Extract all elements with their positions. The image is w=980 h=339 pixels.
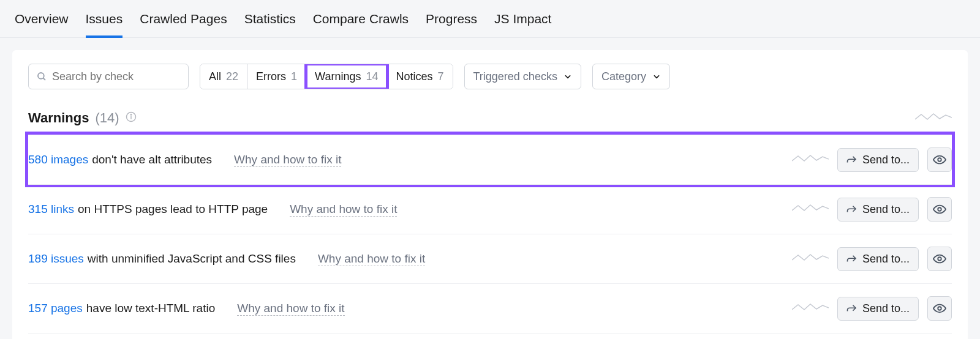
- search-icon: [36, 71, 47, 82]
- why-and-how-link[interactable]: Why and how to fix it: [318, 252, 425, 266]
- section-title: Warnings: [28, 110, 89, 126]
- view-button[interactable]: [927, 197, 952, 222]
- svg-line-1: [43, 78, 45, 80]
- svg-point-6: [938, 207, 941, 211]
- issue-description: on HTTPS pages lead to HTTP page: [78, 203, 268, 216]
- filter-warnings-count: 14: [366, 70, 378, 83]
- send-to-button[interactable]: Send to...: [837, 198, 919, 222]
- why-and-how-link[interactable]: Why and how to fix it: [237, 302, 344, 316]
- main-nav: Overview Issues Crawled Pages Statistics…: [0, 0, 980, 38]
- info-icon[interactable]: [126, 111, 137, 125]
- filter-errors-label: Errors: [256, 70, 286, 83]
- send-to-button[interactable]: Send to...: [837, 148, 919, 172]
- nav-js-impact[interactable]: JS Impact: [494, 0, 551, 37]
- view-button[interactable]: [927, 147, 952, 172]
- category-dropdown[interactable]: Category: [592, 64, 670, 89]
- issue-row: 315 links on HTTPS pages lead to HTTP pa…: [28, 184, 952, 234]
- view-button[interactable]: [927, 296, 952, 321]
- search-input-wrapper[interactable]: [28, 64, 189, 89]
- issue-description: have low text-HTML ratio: [86, 302, 215, 315]
- send-to-label: Send to...: [862, 203, 910, 216]
- svg-point-4: [130, 114, 132, 116]
- why-and-how-link[interactable]: Why and how to fix it: [290, 203, 397, 217]
- filter-all[interactable]: All 22: [200, 64, 247, 89]
- nav-statistics[interactable]: Statistics: [244, 0, 296, 37]
- svg-point-8: [938, 307, 941, 310]
- filter-notices-count: 7: [437, 70, 443, 83]
- sparkline: [792, 202, 829, 217]
- issue-row: 580 images don't have alt attributesWhy …: [28, 135, 952, 184]
- filter-notices-label: Notices: [396, 70, 432, 83]
- svg-point-5: [938, 158, 941, 162]
- issues-list: 580 images don't have alt attributesWhy …: [28, 135, 952, 339]
- issue-link[interactable]: 189 issues: [28, 252, 84, 266]
- filter-all-label: All: [209, 70, 221, 83]
- toolbar: All 22 Errors 1 Warnings 14 Notices 7 Tr…: [28, 64, 952, 89]
- why-and-how-link[interactable]: Why and how to fix it: [234, 153, 341, 167]
- filter-warnings-label: Warnings: [315, 70, 361, 83]
- issue-row: 157 pages have low text-HTML ratioWhy an…: [28, 283, 952, 333]
- send-to-button[interactable]: Send to...: [837, 297, 919, 321]
- sparkline: [792, 251, 829, 266]
- issue-row: 189 issues with unminified JavaScript an…: [28, 234, 952, 283]
- issue-row: 157 issues with blocked internal resourc…: [28, 333, 952, 339]
- section-count: (14): [95, 110, 119, 126]
- nav-overview[interactable]: Overview: [15, 0, 69, 37]
- sparkline: [792, 301, 829, 316]
- sparkline: [792, 152, 829, 167]
- filter-notices[interactable]: Notices 7: [387, 64, 452, 89]
- filter-warnings[interactable]: Warnings 14: [306, 64, 387, 89]
- send-to-button[interactable]: Send to...: [837, 247, 919, 271]
- chevron-down-icon: [652, 72, 661, 81]
- chevron-down-icon: [564, 72, 572, 81]
- issue-link[interactable]: 157 pages: [28, 302, 83, 315]
- filter-segmented: All 22 Errors 1 Warnings 14 Notices 7: [200, 64, 453, 89]
- filter-errors-count: 1: [291, 70, 297, 83]
- nav-crawled-pages[interactable]: Crawled Pages: [140, 0, 227, 37]
- issue-description: with unminified JavaScript and CSS files: [88, 252, 296, 266]
- category-label: Category: [601, 70, 646, 83]
- issue-description: don't have alt attributes: [92, 153, 212, 166]
- sparkline: [915, 111, 952, 125]
- svg-point-7: [938, 257, 941, 261]
- filter-all-count: 22: [226, 70, 238, 83]
- issues-panel: All 22 Errors 1 Warnings 14 Notices 7 Tr…: [12, 50, 968, 339]
- triggered-checks-label: Triggered checks: [473, 70, 557, 83]
- send-to-label: Send to...: [862, 253, 910, 266]
- section-header: Warnings (14): [28, 110, 952, 126]
- svg-point-0: [38, 73, 44, 79]
- view-button[interactable]: [927, 247, 952, 271]
- triggered-checks-dropdown[interactable]: Triggered checks: [464, 64, 581, 89]
- issue-link[interactable]: 580 images: [28, 153, 88, 166]
- nav-compare-crawls[interactable]: Compare Crawls: [313, 0, 409, 37]
- nav-progress[interactable]: Progress: [426, 0, 477, 37]
- nav-issues[interactable]: Issues: [86, 0, 123, 37]
- filter-errors[interactable]: Errors 1: [247, 64, 306, 89]
- send-to-label: Send to...: [862, 154, 910, 166]
- issue-link[interactable]: 315 links: [28, 203, 74, 216]
- search-input[interactable]: [52, 70, 181, 83]
- send-to-label: Send to...: [862, 302, 910, 315]
